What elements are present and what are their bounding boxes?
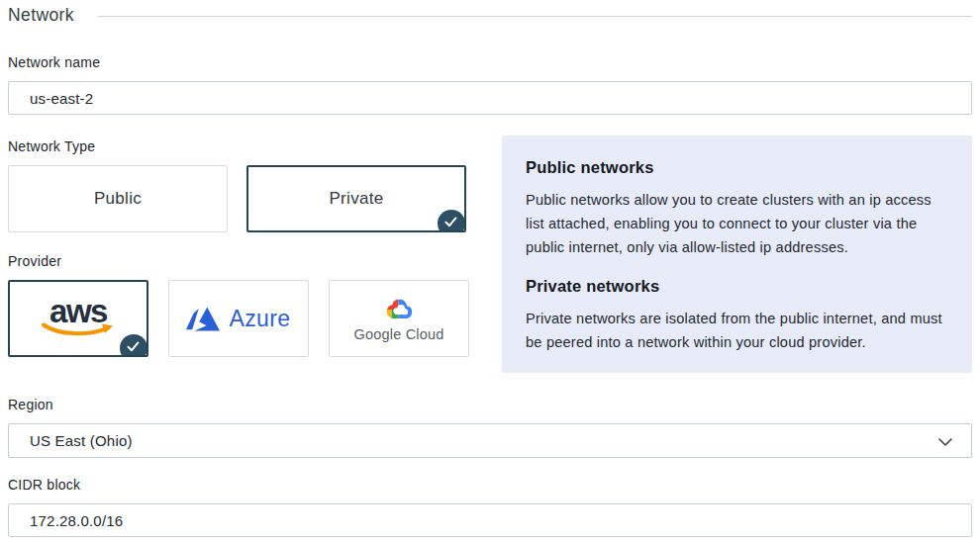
cidr-label: CIDR block bbox=[8, 477, 972, 493]
region-value: US East (Ohio) bbox=[30, 432, 133, 449]
region-select[interactable]: US East (Ohio) bbox=[8, 423, 972, 458]
google-cloud-logo-text: Google Cloud bbox=[353, 326, 443, 342]
azure-logo-text: Azure bbox=[229, 306, 290, 332]
cidr-field: CIDR block bbox=[8, 477, 972, 537]
network-type-label: Network Type bbox=[8, 138, 474, 154]
network-name-label: Network name bbox=[8, 54, 972, 70]
selected-badge bbox=[438, 210, 465, 232]
page-title: Network bbox=[8, 5, 74, 26]
public-networks-description: Public networks allow you to create clus… bbox=[526, 188, 948, 259]
chevron-down-icon bbox=[938, 438, 952, 446]
check-icon bbox=[444, 217, 457, 227]
network-type-public-text: Public bbox=[94, 189, 142, 209]
provider-options: aws bbox=[8, 280, 474, 357]
aws-logo: aws bbox=[40, 297, 117, 337]
private-networks-heading: Private networks bbox=[526, 274, 948, 298]
section-divider bbox=[98, 16, 972, 17]
network-name-field: Network name bbox=[8, 54, 972, 115]
provider-option-google-cloud[interactable]: Google Cloud bbox=[329, 280, 469, 357]
selected-badge bbox=[120, 334, 147, 357]
azure-icon bbox=[186, 307, 220, 331]
network-name-input[interactable] bbox=[8, 81, 972, 115]
provider-label: Provider bbox=[8, 253, 474, 269]
network-form: Network Network name Network Type Public… bbox=[0, 0, 980, 537]
network-type-options: Public Private bbox=[8, 165, 474, 232]
info-panel: Public networks Public networks allow yo… bbox=[502, 136, 972, 373]
provider-option-aws[interactable]: aws bbox=[8, 280, 148, 357]
cidr-input[interactable] bbox=[8, 503, 972, 537]
type-provider-row: Network Type Public Private bbox=[8, 138, 972, 373]
azure-logo: Azure bbox=[186, 306, 290, 332]
provider-field: Provider aws bbox=[8, 253, 474, 357]
aws-smile-icon bbox=[40, 322, 117, 337]
public-networks-heading: Public networks bbox=[526, 155, 948, 179]
network-type-option-public[interactable]: Public bbox=[8, 165, 228, 232]
google-cloud-icon bbox=[382, 296, 416, 323]
provider-option-azure[interactable]: Azure bbox=[168, 280, 309, 357]
section-header: Network bbox=[8, 0, 972, 24]
network-type-private-text: Private bbox=[329, 189, 383, 209]
google-cloud-logo: Google Cloud bbox=[353, 296, 443, 342]
private-networks-description: Private networks are isolated from the p… bbox=[526, 307, 948, 354]
region-label: Region bbox=[8, 397, 972, 412]
left-column: Network Type Public Private bbox=[8, 138, 474, 373]
network-type-field: Network Type Public Private bbox=[8, 138, 474, 232]
region-field: Region US East (Ohio) bbox=[8, 397, 972, 458]
network-type-option-private[interactable]: Private bbox=[246, 165, 466, 232]
check-icon bbox=[127, 341, 140, 352]
